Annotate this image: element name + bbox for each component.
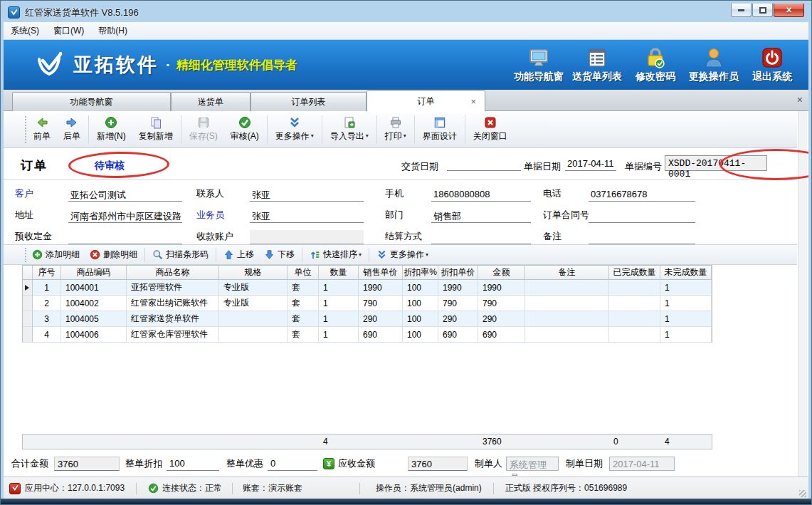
print-button[interactable]: 打印▾	[379, 113, 413, 146]
more-operations-button[interactable]: 更多操作▾	[269, 113, 320, 146]
discount-field[interactable]: 100	[167, 457, 219, 471]
import-export-button[interactable]: 导入导出▾	[324, 113, 375, 146]
department-field[interactable]: 销售部	[431, 209, 531, 223]
cell[interactable]: 690	[359, 327, 403, 343]
doc-date-field[interactable]: 2017-04-11	[565, 157, 616, 171]
cell[interactable]: 红管家送货单软件	[127, 311, 219, 327]
maximize-button[interactable]	[752, 4, 773, 17]
cell[interactable]: 1	[319, 327, 359, 343]
col-header[interactable]: 销售单价	[359, 266, 403, 280]
cell[interactable]: 1004005	[61, 311, 127, 327]
cell[interactable]: 套	[288, 327, 319, 343]
col-header[interactable]: 商品编码	[61, 266, 127, 280]
switch-operator-button[interactable]: 更换操作员	[685, 47, 743, 83]
cell[interactable]: 290	[359, 311, 403, 327]
cell[interactable]	[609, 311, 660, 327]
cell[interactable]	[609, 296, 660, 311]
cell[interactable]: 1004002	[61, 296, 127, 311]
cell[interactable]: 1004006	[61, 327, 127, 343]
audit-button[interactable]: 审核(A)	[224, 113, 265, 146]
menu-help[interactable]: 帮助(H)	[91, 23, 135, 39]
delivery-date-field[interactable]	[447, 157, 521, 171]
col-header[interactable]: 金额	[478, 266, 525, 280]
quick-sort-button[interactable]: 快速排序 ▾	[305, 249, 367, 261]
col-header[interactable]: 已完成数量	[609, 266, 660, 280]
cell[interactable]: 专业版	[219, 280, 288, 296]
cell[interactable]	[525, 311, 609, 327]
col-header[interactable]: 规格	[219, 266, 288, 280]
deposit-field[interactable]	[68, 230, 182, 244]
cell[interactable]: 100	[403, 280, 438, 296]
cell[interactable]: 1	[319, 311, 359, 327]
ui-design-button[interactable]: 界面设计	[416, 113, 463, 146]
salesman-field[interactable]: 张亚	[250, 209, 364, 223]
cell[interactable]: 1	[319, 296, 359, 311]
cell[interactable]: 1004001	[61, 280, 127, 296]
cell[interactable]: 690	[478, 327, 525, 343]
cell[interactable]	[609, 280, 660, 296]
menu-window[interactable]: 窗口(W)	[46, 23, 91, 39]
add-detail-button[interactable]: 添加明细	[27, 249, 85, 261]
cell[interactable]: 100	[403, 296, 438, 311]
cell[interactable]: 1990	[438, 280, 478, 296]
col-header[interactable]: 未完成数量	[660, 266, 712, 280]
cell[interactable]: 套	[288, 280, 319, 296]
delivery-list-button[interactable]: 送货单列表	[568, 47, 626, 83]
cell[interactable]: 1	[660, 327, 712, 343]
cell[interactable]: 1	[660, 280, 712, 296]
cell[interactable]	[525, 296, 609, 311]
tab-close-icon[interactable]: ×	[470, 97, 476, 106]
cell[interactable]: 790	[478, 296, 525, 311]
address-field[interactable]: 河南省郑州市中原区建设路	[68, 209, 182, 223]
cell[interactable]: 1990	[359, 280, 403, 296]
cell[interactable]	[219, 311, 288, 327]
cell[interactable]: 2	[33, 296, 61, 311]
tabstrip-close-icon[interactable]: ×	[797, 95, 803, 105]
cell[interactable]: 3	[33, 311, 61, 327]
customer-field[interactable]: 亚拓公司测试	[68, 187, 182, 202]
reduce-field[interactable]: 0	[268, 457, 317, 471]
cell[interactable]: 4	[33, 327, 61, 343]
contact-field[interactable]: 张亚	[250, 187, 364, 202]
col-header[interactable]: 折扣单价	[438, 266, 478, 280]
col-header[interactable]: 折扣率%	[403, 266, 438, 280]
prev-doc-button[interactable]: 前单	[27, 113, 57, 146]
customer-label[interactable]: 客户	[15, 187, 68, 202]
cell[interactable]: 1	[660, 311, 712, 327]
tab-order-list[interactable]: 订单列表	[251, 92, 367, 111]
salesman-label[interactable]: 业务员	[196, 209, 250, 223]
cell[interactable]	[609, 327, 660, 343]
exit-system-button[interactable]: 退出系统	[743, 47, 801, 83]
cell[interactable]	[219, 327, 288, 343]
tab-delivery[interactable]: 送货单	[171, 92, 251, 111]
tab-order[interactable]: 订单 ×	[367, 90, 485, 112]
cell[interactable]: 1	[33, 280, 61, 296]
cell[interactable]	[525, 280, 609, 296]
move-up-button[interactable]: 上移	[218, 249, 259, 261]
cell[interactable]: 专业版	[219, 296, 288, 311]
cell[interactable]: 290	[478, 311, 525, 327]
cell[interactable]: 红管家出纳记账软件	[127, 296, 219, 311]
cell[interactable]: 红管家仓库管理软件	[127, 327, 219, 343]
menu-system[interactable]: 系统(S)	[4, 23, 46, 39]
cell[interactable]: 套	[288, 311, 319, 327]
scan-barcode-button[interactable]: 扫描条形码	[147, 249, 213, 261]
close-window-button[interactable]: 关闭窗口	[467, 113, 514, 146]
add-button[interactable]: 新增(N)	[90, 113, 132, 146]
remark-field[interactable]	[589, 230, 695, 244]
next-doc-button[interactable]: 后单	[57, 113, 87, 146]
cell[interactable]: 100	[403, 311, 438, 327]
col-header[interactable]: 单位	[288, 266, 319, 280]
cell[interactable]: 790	[359, 296, 403, 311]
delete-detail-button[interactable]: 删除明细	[85, 249, 142, 261]
detail-more-button[interactable]: 更多操作 ▾	[371, 249, 433, 261]
cell[interactable]: 亚拓管理软件	[127, 280, 219, 296]
col-header[interactable]: 序号	[33, 266, 61, 280]
col-header[interactable]: 数量	[319, 266, 359, 280]
minimize-button[interactable]	[731, 4, 752, 17]
tab-nav-window[interactable]: 功能导航窗	[12, 92, 171, 111]
cell[interactable]	[525, 327, 609, 343]
phone-field[interactable]: 03716678678	[589, 187, 695, 202]
cell[interactable]: 1990	[478, 280, 525, 296]
change-password-button[interactable]: 修改密码	[626, 47, 685, 83]
